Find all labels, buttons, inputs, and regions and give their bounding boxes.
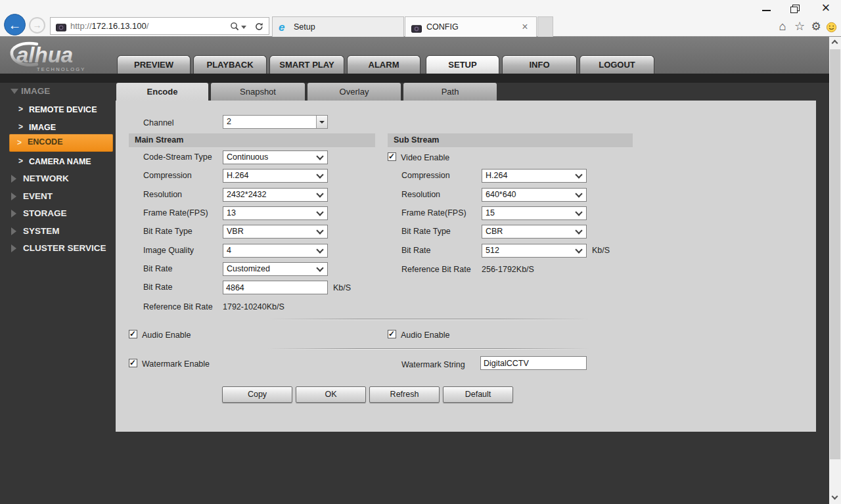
sidebar-item-camera-name[interactable]: CAMERA NAME (29, 156, 91, 168)
sub-audio-enable-checkbox[interactable] (388, 330, 396, 338)
channel-select[interactable]: 2 (223, 115, 328, 129)
copy-button[interactable]: Copy (222, 386, 292, 403)
main-compression-select[interactable]: H.264 (223, 169, 328, 183)
triangle-right-icon[interactable] (11, 227, 16, 235)
refresh-page-icon[interactable] (254, 22, 264, 34)
home-icon[interactable] (775, 20, 790, 34)
chevron-down-icon (575, 190, 582, 197)
dropdown-arrow-icon[interactable] (316, 116, 327, 128)
favorites-star-icon[interactable] (792, 20, 807, 34)
watermark-string-input[interactable] (480, 356, 587, 370)
watermark-string-label: Watermark String (401, 359, 465, 371)
section-divider (268, 348, 590, 350)
ok-button[interactable]: OK (296, 386, 366, 403)
sub-bit-rate-select[interactable]: 512 (482, 244, 587, 258)
sidebar-group-network[interactable]: NETWORK (23, 173, 69, 185)
scroll-down-icon[interactable] (829, 492, 841, 503)
chevron-right-icon (18, 104, 23, 116)
main-bit-rate-label: Bit Rate (143, 282, 172, 293)
chevron-down-icon (316, 190, 323, 197)
tab-config-label: CONFIG (426, 22, 459, 32)
sidebar-group-event[interactable]: EVENT (23, 191, 53, 202)
sub-compression-label: Compression (401, 170, 450, 181)
subtab-snapshot[interactable]: Snapshot (211, 83, 305, 101)
section-divider (268, 319, 590, 320)
sidebar-item-encode-selected[interactable]: ENCODE (9, 134, 113, 152)
main-audio-enable-checkbox[interactable] (129, 330, 137, 338)
main-bit-rate-input[interactable] (223, 281, 328, 294)
sub-bit-rate-type-select[interactable]: CBR (482, 225, 587, 239)
page-scrollbar[interactable] (829, 37, 841, 504)
new-tab-button[interactable] (537, 16, 553, 37)
sub-resolution-label: Resolution (401, 189, 440, 200)
search-options-caret-icon[interactable] (241, 26, 246, 29)
sub-compression-select[interactable]: H.264 (482, 169, 587, 183)
main-frame-rate-select[interactable]: 13 (223, 206, 328, 220)
back-button[interactable] (4, 14, 26, 35)
sidebar-item-image[interactable]: IMAGE (29, 122, 56, 133)
ie-icon: e (279, 22, 284, 32)
sidebar-group-image[interactable]: IMAGE (21, 85, 50, 97)
video-enable-label: Video Enable (401, 152, 449, 164)
sub-stream-header: Sub Stream (388, 133, 633, 147)
main-reference-bit-rate-label: Reference Bit Rate (143, 302, 213, 313)
main-bit-rate-type-select[interactable]: VBR (223, 225, 328, 239)
url-text[interactable]: http://172.16.13.100/ (70, 21, 148, 31)
sidebar-group-cluster-service[interactable]: CLUSTER SERVICE (23, 242, 106, 254)
nav-playback[interactable]: PLAYBACK (193, 55, 267, 74)
sub-frame-rate-select[interactable]: 15 (482, 206, 587, 220)
sidebar-item-remote-device[interactable]: REMOTE DEVICE (29, 104, 97, 116)
main-resolution-select[interactable]: 2432*2432 (223, 188, 328, 202)
nav-smart-play[interactable]: SMART PLAY (269, 55, 344, 74)
nav-alarm[interactable]: ALARM (347, 55, 420, 74)
video-enable-checkbox[interactable] (388, 152, 396, 161)
subtab-path[interactable]: Path (403, 83, 497, 101)
sidebar-group-storage[interactable]: STORAGE (23, 208, 67, 219)
chevron-right-icon (18, 156, 23, 168)
settings-gear-icon[interactable] (809, 20, 823, 34)
forward-button[interactable] (29, 17, 45, 34)
subtab-overlay[interactable]: Overlay (307, 83, 401, 101)
image-quality-select[interactable]: 4 (223, 244, 328, 258)
chevron-down-icon (575, 208, 582, 216)
triangle-right-icon[interactable] (11, 244, 16, 252)
watermark-enable-checkbox[interactable] (129, 359, 137, 367)
default-button[interactable]: Default (443, 386, 513, 403)
close-icon[interactable] (815, 1, 837, 16)
tab-close-icon[interactable] (519, 20, 531, 34)
triangle-right-icon[interactable] (11, 210, 16, 218)
scrollbar-thumb[interactable] (830, 49, 840, 459)
subtab-encode[interactable]: Encode (116, 83, 208, 101)
main-bit-rate-mode-value: Customized (227, 264, 270, 273)
main-frame-rate-value: 13 (227, 208, 236, 218)
triangle-right-icon[interactable] (11, 175, 16, 183)
minimize-icon[interactable] (756, 1, 778, 16)
triangle-down-icon[interactable] (11, 89, 18, 94)
tab-config[interactable]: CONFIG (405, 16, 537, 37)
nav-info[interactable]: INFO (502, 55, 577, 74)
smiley-feedback-icon[interactable] (824, 22, 838, 35)
channel-value: 2 (227, 117, 231, 126)
chevron-down-icon (832, 493, 838, 500)
search-icon[interactable] (230, 22, 240, 34)
scroll-up-icon[interactable] (829, 37, 841, 48)
main-reference-bit-rate-value: 1792-10240Kb/S (223, 302, 284, 313)
main-compression-label: Compression (143, 170, 192, 181)
restore-icon[interactable] (784, 1, 807, 16)
sidebar-group-system[interactable]: SYSTEM (23, 225, 60, 237)
sub-reference-bit-rate-value: 256-1792Kb/S (482, 264, 534, 275)
address-bar[interactable]: http://172.16.13.100/ (50, 17, 269, 35)
header-divider-strip (0, 74, 829, 83)
code-stream-type-select[interactable]: Continuous (223, 150, 328, 164)
sub-resolution-select[interactable]: 640*640 (482, 188, 587, 202)
nav-preview[interactable]: PREVIEW (117, 55, 191, 74)
sub-frame-rate-label: Frame Rate(FPS) (401, 208, 466, 219)
logo-subtext: TECHNOLOGY (37, 66, 86, 72)
refresh-button[interactable]: Refresh (369, 386, 440, 403)
nav-setup[interactable]: SETUP (426, 55, 499, 74)
main-bit-rate-mode-select[interactable]: Customized (223, 262, 328, 276)
triangle-right-icon[interactable] (11, 193, 16, 200)
nav-logout[interactable]: LOGOUT (580, 55, 654, 74)
tab-setup[interactable]: e Setup (272, 16, 404, 37)
image-quality-value: 4 (227, 246, 231, 255)
